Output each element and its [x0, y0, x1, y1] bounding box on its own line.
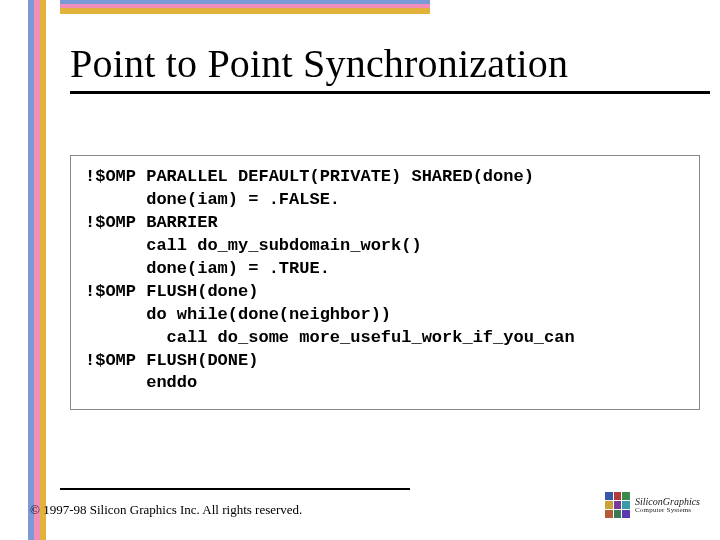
code-line: do while(done(neighbor))	[85, 305, 391, 324]
footer-rule	[60, 488, 410, 490]
band-gold	[60, 8, 430, 14]
slide: Point to Point Synchronization !$OMP PAR…	[0, 0, 720, 540]
code-listing: !$OMP PARALLEL DEFAULT(PRIVATE) SHARED(d…	[70, 155, 700, 410]
code-line: !$OMP PARALLEL DEFAULT(PRIVATE) SHARED(d…	[85, 167, 534, 186]
logo-subtitle: Computer Systems	[635, 507, 700, 514]
top-decorative-band	[60, 0, 430, 14]
code-line: !$OMP FLUSH(done)	[85, 282, 258, 301]
slide-title: Point to Point Synchronization	[70, 40, 700, 87]
code-line: done(iam) = .FALSE.	[85, 190, 340, 209]
code-line: done(iam) = .TRUE.	[85, 259, 330, 278]
left-decorative-stripe	[28, 0, 46, 540]
code-line: call do_my_subdomain_work()	[85, 236, 422, 255]
title-underline	[70, 91, 710, 94]
code-line: call do_some more_useful_work_if_you_can	[85, 328, 575, 347]
sgi-logo: SiliconGraphics Computer Systems	[605, 488, 700, 522]
logo-name: SiliconGraphics	[635, 496, 700, 507]
copyright-text: © 1997-98 Silicon Graphics Inc. All righ…	[30, 502, 302, 518]
code-line: !$OMP BARRIER	[85, 213, 218, 232]
code-line: !$OMP FLUSH(DONE)	[85, 351, 258, 370]
sgi-logo-text: SiliconGraphics Computer Systems	[635, 497, 700, 514]
sgi-cube-icon	[605, 492, 630, 518]
title-block: Point to Point Synchronization	[70, 40, 700, 94]
stripe-gold	[40, 0, 46, 540]
code-line: enddo	[85, 373, 197, 392]
